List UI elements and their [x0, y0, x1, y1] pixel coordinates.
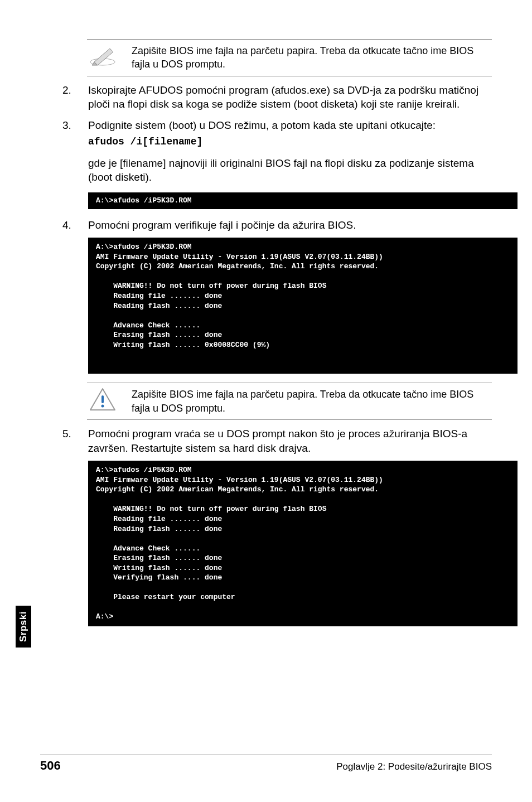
terminal-output-2: A:\>afudos /iP5K3D.ROM AMI Firmware Upda… [88, 238, 518, 374]
step-2-body: Iskopirajte AFUDOS pomoćni program (afud… [88, 83, 492, 112]
language-side-tab: Srpski [16, 606, 31, 648]
step-3-num: 3. [62, 118, 72, 148]
step-5: 5. Pomoćni program vraća se u DOS prompt… [62, 427, 492, 455]
step-5-num: 5. [62, 427, 72, 455]
step-4-body: Pomoćni program verifikuje fajl i počinj… [88, 218, 492, 233]
note-2-text: Zapišite BIOS ime fajla na parčetu papir… [132, 388, 492, 415]
svg-rect-1 [101, 395, 104, 403]
terminal-output-1: A:\>afudos /iP5K3D.ROM [88, 192, 518, 209]
note-1-text: Zapišite BIOS ime fajla na parčetu papir… [132, 44, 492, 71]
step-3-body: Podignite sistem (boot) u DOS režimu, a … [88, 119, 436, 131]
page-footer: 506 Poglavlje 2: Podesite/ažurirajte BIO… [40, 755, 492, 773]
footer-chapter: Poglavlje 2: Podesite/ažurirajte BIOS [336, 761, 492, 772]
page-number: 506 [40, 758, 61, 773]
note-block-2: Zapišite BIOS ime fajla na parčetu papir… [87, 383, 492, 420]
step-5-body: Pomoćni program vraća se u DOS prompt na… [88, 427, 492, 455]
note-block-1: Zapišite BIOS ime fajla na parčetu papir… [87, 39, 492, 76]
terminal-output-3: A:\>afudos /iP5K3D.ROM AMI Firmware Upda… [88, 461, 518, 626]
step-3-command: afudos /i[filename] [88, 135, 492, 148]
step-3-subpara: gde je [filename] najnoviji ili original… [88, 156, 492, 185]
step-3: 3. Podignite sistem (boot) u DOS režimu,… [62, 118, 492, 148]
step-4-num: 4. [62, 218, 72, 233]
alert-icon [87, 388, 118, 411]
step-4: 4. Pomoćni program verifikuje fajl i poč… [62, 218, 492, 233]
note-pencil-icon [87, 44, 118, 67]
step-2-num: 2. [62, 83, 72, 112]
svg-point-2 [101, 405, 104, 408]
step-2: 2. Iskopirajte AFUDOS pomoćni program (a… [62, 83, 492, 112]
